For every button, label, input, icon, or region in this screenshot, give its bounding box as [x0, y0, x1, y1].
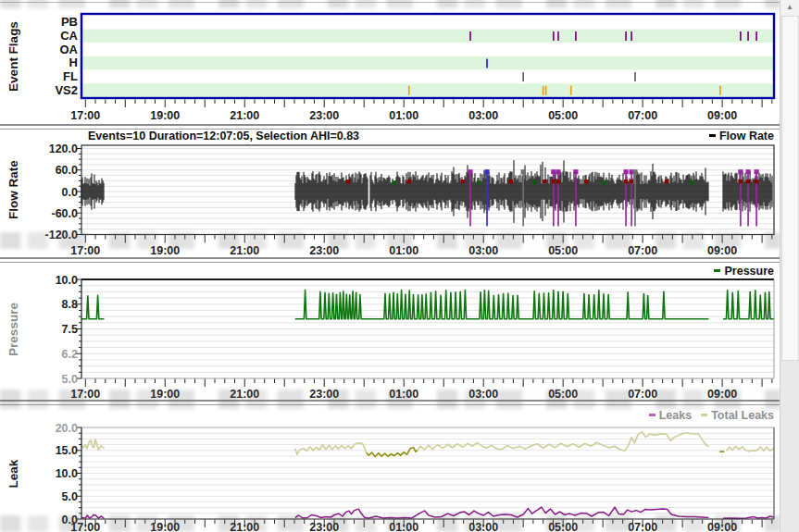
x-tick-label: 17:00 — [70, 244, 100, 257]
green-event-mark — [392, 180, 395, 184]
y-tick-label: 15.0 — [56, 444, 78, 457]
event-flags-chart[interactable]: PBCAOAHFLVS217:0019:0021:0023:0001:0003:… — [55, 14, 774, 122]
event-flag-row-label: VS2 — [55, 83, 78, 97]
red-event-mark — [461, 179, 465, 183]
x-tick-label: 03:00 — [468, 109, 498, 122]
total-leaks-selection--line — [367, 448, 418, 457]
red-event-mark — [755, 179, 758, 183]
x-tick-label: 09:00 — [707, 244, 737, 257]
y-tick-label: -60.0 — [52, 207, 79, 220]
up-arrow-icon: ▲ — [786, 3, 793, 11]
y-tick-label: 5.0 — [62, 373, 78, 386]
ca-event-cap — [745, 169, 750, 174]
x-tick-label: 03:00 — [468, 244, 498, 257]
x-tick-label: 03:00 — [468, 521, 498, 532]
ca-event-cap — [551, 169, 556, 174]
red-event-mark — [584, 179, 588, 183]
x-tick-label: 17:00 — [70, 109, 100, 122]
total-leaks-legend-label: Total Leaks — [711, 409, 774, 422]
red-event-mark — [407, 179, 411, 183]
x-tick-label: 05:00 — [548, 521, 578, 532]
pressure-legend-dash-icon — [714, 269, 720, 272]
event-flag-row-label: FL — [63, 69, 78, 83]
x-tick-label: 17:00 — [70, 521, 100, 532]
y-tick-label: 60.0 — [56, 164, 78, 177]
x-tick-label: 07:00 — [628, 521, 657, 532]
event-flag-row-label: CA — [60, 29, 78, 43]
green-event-mark — [477, 180, 481, 184]
event-flag-row — [82, 43, 774, 56]
x-tick-label: 21:00 — [230, 109, 259, 122]
y-tick-label: 120.0 — [49, 142, 78, 155]
panel-splitter-3[interactable] — [0, 400, 780, 405]
x-tick-label: 05:00 — [548, 109, 578, 122]
y-tick-label: 10.0 — [56, 274, 78, 287]
event-flag-row — [82, 56, 774, 70]
vertical-scrollbar[interactable]: ▲ — [780, 0, 799, 532]
red-event-mark — [556, 179, 560, 183]
panel-label-flow-rate: Flow Rate — [6, 160, 20, 219]
x-tick-label: 01:00 — [389, 521, 418, 532]
leak-legend: LeaksTotal Leaks — [640, 409, 774, 422]
x-tick-label: 01:00 — [389, 244, 418, 257]
flow-rate-chart[interactable]: 120.060.00.0-60.0-120.017:0019:0021:0023… — [45, 142, 774, 257]
leaks-line — [295, 507, 709, 518]
x-tick-label: 09:00 — [707, 521, 737, 532]
red-event-mark — [630, 179, 633, 183]
green-event-mark — [532, 180, 536, 184]
x-tick-label: 19:00 — [150, 521, 180, 532]
red-event-mark — [624, 179, 628, 183]
panel-label-leak: Leak — [6, 460, 20, 489]
scroll-up-button[interactable]: ▲ — [780, 0, 799, 16]
ca-event-cap — [754, 169, 758, 174]
x-tick-label: 01:00 — [389, 388, 418, 401]
leaks-legend-label: Leaks — [659, 409, 692, 422]
x-tick-label: 21:00 — [230, 521, 259, 532]
leaks-legend-dash-icon — [649, 414, 655, 416]
flow-rate-legend-label: Flow Rate — [719, 130, 774, 142]
ca-event-cap — [623, 169, 628, 174]
leaks-line — [723, 516, 774, 518]
leaks-line — [81, 515, 105, 519]
x-tick-label: 07:00 — [628, 109, 657, 122]
x-tick-label: 19:00 — [150, 109, 180, 122]
x-tick-label: 23:00 — [309, 388, 339, 401]
flow-rate-legend-dash-icon — [709, 134, 716, 137]
red-event-mark — [739, 179, 743, 183]
y-tick-label: 20.0 — [56, 422, 78, 435]
x-tick-label: 07:00 — [628, 244, 657, 257]
x-tick-label: 19:00 — [150, 244, 180, 257]
y-tick-label: 7.5 — [62, 323, 78, 336]
x-tick-label: 01:00 — [389, 109, 418, 122]
y-tick-label: 6.2 — [62, 348, 78, 361]
red-event-mark — [509, 179, 513, 183]
event-flag-row-label: OA — [60, 43, 79, 56]
pressure-legend: Pressure — [705, 265, 774, 278]
x-tick-label: 05:00 — [548, 244, 578, 257]
x-tick-label: 21:00 — [230, 244, 259, 257]
event-flag-row — [82, 83, 774, 97]
event-flag-row-label: PB — [61, 15, 78, 29]
scrollbar-thumb[interactable] — [781, 16, 799, 361]
x-tick-label: 23:00 — [309, 521, 339, 532]
ca-event-cap — [556, 169, 560, 174]
charts-canvas[interactable]: PBCAOAHFLVS217:0019:0021:0023:0001:0003:… — [0, 0, 799, 532]
event-flag-row — [82, 30, 774, 43]
event-flag-row — [82, 16, 774, 30]
green-event-mark — [690, 180, 693, 184]
panel-label-pressure: Pressure — [6, 303, 20, 356]
flow-rate-title: Events=10 Duration=12:07:05, Selection A… — [88, 130, 359, 142]
pressure-chart[interactable]: 10.08.87.56.25.017:0019:0021:0023:0001:0… — [56, 274, 774, 401]
x-tick-label: 09:00 — [707, 388, 737, 401]
red-event-mark — [543, 179, 546, 183]
panel-splitter-2[interactable] — [0, 257, 780, 263]
total-leaks-line — [418, 432, 709, 451]
x-tick-label: 03:00 — [468, 388, 498, 401]
y-tick-label: 8.8 — [62, 298, 78, 311]
leak-chart[interactable]: 20.015.010.05.00.017:0019:0021:0023:0001… — [56, 422, 774, 532]
event-flag-row-label: H — [69, 56, 78, 69]
fl-event-cap — [521, 169, 526, 174]
x-tick-label: 21:00 — [230, 388, 259, 401]
x-tick-label: 19:00 — [150, 388, 180, 401]
h-event-cap — [484, 169, 489, 174]
